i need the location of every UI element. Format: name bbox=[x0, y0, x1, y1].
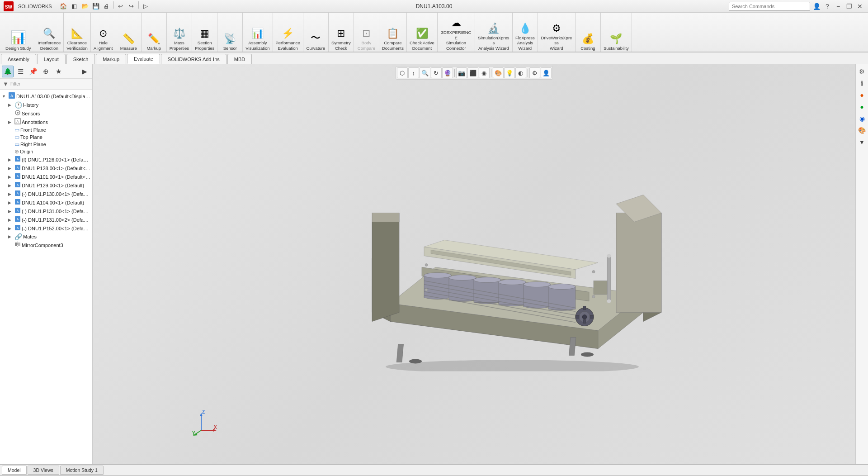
search-input[interactable] bbox=[729, 2, 810, 11]
orientation-button[interactable]: ⬡ bbox=[397, 67, 408, 78]
property-manager-icon[interactable]: ☰ bbox=[14, 66, 26, 77]
display-states-icon[interactable]: ★ bbox=[52, 66, 64, 77]
configuration-icon[interactable]: 📌 bbox=[27, 66, 39, 77]
costing-button[interactable]: 💰 Costing bbox=[576, 13, 601, 52]
tree-item-comp3[interactable]: ▶ A DNU1.A101.00<1> (Default<Display Sta bbox=[0, 172, 92, 181]
tree-item-sensors[interactable]: Sensors bbox=[0, 109, 92, 118]
tree-item-mates[interactable]: ▶ 🔗 Mates bbox=[0, 233, 92, 241]
tree-item-comp2[interactable]: ▶ A DNU1.P128.00<1> (Default<<Default>. bbox=[0, 164, 92, 172]
tree-root[interactable]: ▼ A DNU1.A103.00 (Default<Display State-… bbox=[0, 91, 92, 101]
tree-item-annotations[interactable]: ▶ A Annotations bbox=[0, 118, 92, 126]
tab-evaluate[interactable]: Evaluate bbox=[127, 54, 160, 64]
assembly-visualization-button[interactable]: 📊 AssemblyVisualization bbox=[243, 13, 273, 52]
section-properties-button[interactable]: ▦ SectionProperties bbox=[192, 13, 217, 52]
open-button[interactable]: 📂 bbox=[80, 1, 90, 11]
triad-button[interactable]: 👤 bbox=[541, 67, 552, 78]
tree-item-comp1[interactable]: ▶ A (f) DNU1.P126.00<1> (Default<<Defaul bbox=[0, 155, 92, 164]
tree-item-comp8[interactable]: ▶ A (-) DNU1.P131.00<2> (Default) bbox=[0, 215, 92, 224]
rt-green-button[interactable]: ● bbox=[857, 101, 868, 112]
curvature-button[interactable]: 〜 Curvature bbox=[303, 13, 329, 52]
expand-icon[interactable]: ▼ bbox=[2, 94, 7, 99]
home-button[interactable]: 🏠 bbox=[58, 1, 68, 11]
redo-button[interactable]: ↪ bbox=[127, 1, 137, 11]
tree-item-history[interactable]: ▶ 🕐 History bbox=[0, 101, 92, 109]
tree-item-comp6[interactable]: ▶ A DNU1.A104.00<1> (Default) bbox=[0, 198, 92, 207]
clearance-verification-button[interactable]: 📐 ClearanceVerification bbox=[64, 13, 90, 52]
comp2-expand[interactable]: ▶ bbox=[8, 166, 14, 171]
close-button[interactable]: ✕ bbox=[855, 2, 864, 10]
hide-show-button[interactable]: ◉ bbox=[479, 67, 490, 78]
rt-color-button[interactable]: ● bbox=[857, 90, 868, 100]
simulationxpress-button[interactable]: 🔬 SimulationXpressAnalysis Wizard bbox=[475, 13, 513, 52]
tree-item-front-plane[interactable]: ▭ Front Plane bbox=[0, 126, 92, 133]
view-settings-button[interactable]: ⚙ bbox=[529, 67, 540, 78]
tree-item-comp4[interactable]: ▶ A DNU1.P129.00<1> (Default) bbox=[0, 181, 92, 190]
tab-sketch[interactable]: Sketch bbox=[66, 54, 95, 64]
sensor-button[interactable]: 📡 Sensor bbox=[217, 13, 243, 52]
user-button[interactable]: 👤 bbox=[812, 2, 821, 10]
zoom-in-button[interactable]: 🔍 bbox=[420, 67, 430, 78]
tab-solidworks-addins[interactable]: SOLIDWORKS Add-Ins bbox=[161, 54, 226, 64]
comp7-expand[interactable]: ▶ bbox=[8, 209, 14, 214]
sustainability-button[interactable]: 🌱 Sustainability bbox=[601, 13, 632, 52]
section-view-button[interactable]: 🔮 bbox=[442, 67, 453, 78]
arrow-next-icon[interactable]: ▶ bbox=[79, 66, 90, 77]
print-button[interactable]: 🖨 bbox=[102, 1, 112, 11]
body-compare-button[interactable]: ⊡ BodyCompare bbox=[354, 13, 379, 52]
tree-item-mirror[interactable]: MirrorComponent3 bbox=[0, 241, 92, 249]
mass-properties-button[interactable]: ⚖️ MassProperties bbox=[167, 13, 192, 52]
minimize-button[interactable]: − bbox=[834, 2, 843, 10]
rebuild-button[interactable]: ▷ bbox=[141, 1, 151, 11]
driveworksxpress-button[interactable]: ⚙ DriveWorksXpressWizard bbox=[538, 13, 576, 52]
interference-detection-button[interactable]: 🔍 InterferenceDetection bbox=[35, 13, 64, 52]
tree-item-right-plane[interactable]: ▭ Right Plane bbox=[0, 141, 92, 148]
save-button[interactable]: 💾 bbox=[91, 1, 101, 11]
new-button[interactable]: ◧ bbox=[69, 1, 79, 11]
performance-evaluation-button[interactable]: ⚡ PerformanceEvaluation bbox=[273, 13, 303, 52]
tree-item-origin[interactable]: ⊕ Origin bbox=[0, 148, 92, 155]
tab-motion-study[interactable]: Motion Study 1 bbox=[60, 466, 104, 475]
restore-button[interactable]: ❐ bbox=[844, 2, 854, 10]
tab-model[interactable]: Model bbox=[2, 466, 27, 475]
tab-assembly[interactable]: Assembly bbox=[1, 54, 36, 64]
display-style-button[interactable]: ⬛ bbox=[467, 67, 478, 78]
tree-item-comp5[interactable]: ▶ A (-) DNU1.P130.00<1> (Default) bbox=[0, 190, 92, 198]
measure-button[interactable]: 📏 Measure bbox=[116, 13, 142, 52]
tree-item-comp9[interactable]: ▶ A (-) DNU1.P152.00<1> (Default<<Defaul bbox=[0, 224, 92, 233]
view-camera-button[interactable]: 📷 bbox=[456, 67, 467, 78]
comp9-expand[interactable]: ▶ bbox=[8, 226, 14, 231]
zoom-to-fit-button[interactable]: ↕ bbox=[408, 67, 419, 78]
tab-3d-views[interactable]: 3D Views bbox=[28, 466, 59, 475]
comp8-expand[interactable]: ▶ bbox=[8, 218, 14, 222]
dxf-icon[interactable]: ⊕ bbox=[40, 66, 52, 77]
scene-button[interactable]: 💡 bbox=[504, 67, 515, 78]
tree-item-top-plane[interactable]: ▭ Top Plane bbox=[0, 133, 92, 141]
tree-item-comp7[interactable]: ▶ A (-) DNU1.P131.00<1> (Default) bbox=[0, 207, 92, 215]
comp5-expand[interactable]: ▶ bbox=[8, 192, 14, 196]
comp3-expand[interactable]: ▶ bbox=[8, 175, 14, 179]
comp4-expand[interactable]: ▶ bbox=[8, 183, 14, 188]
history-expand[interactable]: ▶ bbox=[8, 103, 14, 107]
symmetry-check-button[interactable]: ⊞ SymmetryCheck bbox=[329, 13, 354, 52]
rt-settings-button[interactable]: ⚙ bbox=[857, 66, 868, 77]
3dexperience-button[interactable]: ☁ 3DEXPERIENCESimulationConnector bbox=[438, 13, 475, 52]
rt-info-button[interactable]: ℹ bbox=[857, 78, 868, 89]
viewport[interactable]: ⬡ ↕ 🔍 ↻ 🔮 📷 ⬛ ◉ 🎨 💡 ◐ ⚙ 👤 bbox=[93, 64, 855, 464]
appearance-button[interactable]: 🎨 bbox=[493, 67, 504, 78]
markup-button[interactable]: ✏️ Markup bbox=[142, 13, 167, 52]
rt-blue-button[interactable]: ◉ bbox=[857, 113, 868, 124]
undo-button[interactable]: ↩ bbox=[116, 1, 126, 11]
mates-expand[interactable]: ▶ bbox=[8, 234, 14, 239]
rt-filter-button[interactable]: ▼ bbox=[857, 137, 868, 148]
floexpress-button[interactable]: 💧 FloXpressAnalysisWizard bbox=[513, 13, 538, 52]
compare-documents-button[interactable]: 📋 CompareDocuments bbox=[379, 13, 407, 52]
tab-layout[interactable]: Layout bbox=[37, 54, 66, 64]
rt-palette-button[interactable]: 🎨 bbox=[857, 125, 868, 136]
feature-tree-icon[interactable]: 🌲 bbox=[2, 66, 14, 77]
hole-alignment-button[interactable]: ⊙ HoleAlignment bbox=[91, 13, 116, 52]
tab-markup[interactable]: Markup bbox=[96, 54, 126, 64]
annotations-expand[interactable]: ▶ bbox=[8, 120, 14, 124]
rotate-button[interactable]: ↻ bbox=[431, 67, 442, 78]
comp6-expand[interactable]: ▶ bbox=[8, 200, 14, 205]
realview-button[interactable]: ◐ bbox=[515, 67, 526, 78]
